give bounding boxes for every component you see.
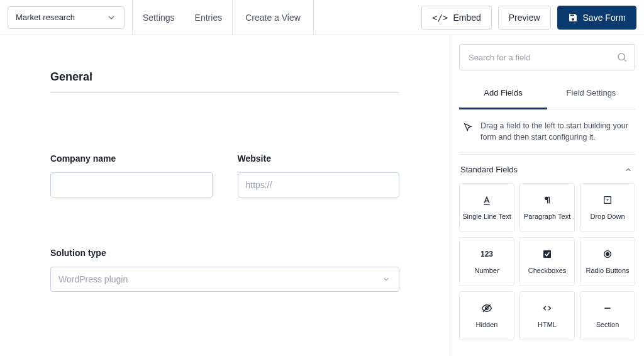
number-icon: 123 [481,248,492,260]
tile-dropdown[interactable]: Drop Down [580,183,635,232]
section-title: General [50,70,399,93]
form-selector-label: Market research [16,13,75,22]
save-form-button[interactable]: Save Form [557,6,636,30]
svg-rect-4 [543,250,551,258]
tile-label: Single Line Text [462,213,511,220]
tile-label: Number [474,267,499,274]
search-icon [616,52,628,63]
svg-point-6 [606,253,609,256]
group-title: Standard Fields [460,165,518,174]
cursor-icon [463,122,473,132]
company-name-label: Company name [50,153,213,164]
tile-number[interactable]: 123 Number [459,237,514,286]
topbar: Market research Settings Entries Create … [0,0,644,35]
field-website: Website [238,153,400,197]
tile-hidden[interactable]: Hidden [459,291,514,340]
hidden-icon [481,303,492,314]
save-label: Save Form [583,13,626,23]
tile-checkboxes[interactable]: Checkboxes [519,237,575,286]
website-input[interactable] [238,172,400,197]
company-name-input[interactable] [50,172,213,197]
tile-label: Paragraph Text [524,213,570,220]
solution-type-select[interactable]: WordPress plugin [50,267,399,292]
html-icon [541,303,553,314]
main: General Company name Website Solution ty… [0,35,644,356]
text-icon [481,194,492,206]
topbar-actions: </> Embed Preview Save Form [421,6,636,30]
tile-label: Radio Buttons [586,267,629,274]
save-icon [568,13,578,23]
tile-html[interactable]: HTML [519,291,575,340]
tile-section[interactable]: Section [580,291,635,340]
radio-icon [602,248,613,260]
tile-label: Drop Down [590,213,625,220]
tile-paragraph-text[interactable]: Paragraph Text [519,183,575,232]
tab-field-settings[interactable]: Field Settings [547,78,635,109]
solution-type-label: Solution type [50,248,399,258]
nav-create-view[interactable]: Create a View [233,0,313,35]
form-selector-dropdown[interactable]: Market research [8,6,125,29]
tile-single-line-text[interactable]: Single Line Text [459,183,514,232]
field-company-name: Company name [50,153,213,197]
field-solution-type: Solution type WordPress plugin [50,248,399,292]
chevron-down-icon [106,13,116,23]
tile-label: Section [596,321,619,328]
svg-point-0 [618,53,625,60]
website-label: Website [238,153,400,164]
tab-add-fields[interactable]: Add Fields [459,78,547,109]
code-icon: </> [432,13,448,23]
field-row: Company name Website [50,153,399,197]
preview-button[interactable]: Preview [498,6,551,30]
tile-label: Hidden [476,321,498,328]
group-standard-fields[interactable]: Standard Fields [459,155,635,183]
tile-label: Checkboxes [528,267,567,274]
hint: Drag a field to the left to start buildi… [459,109,635,155]
sidepanel: Add Fields Field Settings Drag a field t… [450,35,644,356]
checkbox-icon [541,248,553,260]
embed-button[interactable]: </> Embed [421,6,492,30]
form-canvas: General Company name Website Solution ty… [0,35,450,356]
search-wrap [459,44,635,70]
nav-settings[interactable]: Settings [133,0,185,35]
divider [313,0,314,35]
paragraph-icon [541,194,553,206]
svg-line-1 [624,59,626,61]
chevron-up-icon [624,165,633,174]
field-search-input[interactable] [459,44,635,70]
tile-radio-buttons[interactable]: Radio Buttons [580,237,635,286]
field-grid: Single Line Text Paragraph Text Drop Dow… [459,183,635,340]
tile-label: HTML [538,321,557,328]
sidepanel-tabs: Add Fields Field Settings [459,78,635,109]
hint-text: Drag a field to the left to start buildi… [480,121,630,143]
nav-entries[interactable]: Entries [185,0,233,35]
embed-label: Embed [453,13,480,23]
section-icon [602,303,613,314]
preview-label: Preview [509,13,540,23]
dropdown-icon [602,194,613,206]
chevron-down-icon [382,275,391,284]
solution-type-select-wrap: WordPress plugin [50,267,399,292]
